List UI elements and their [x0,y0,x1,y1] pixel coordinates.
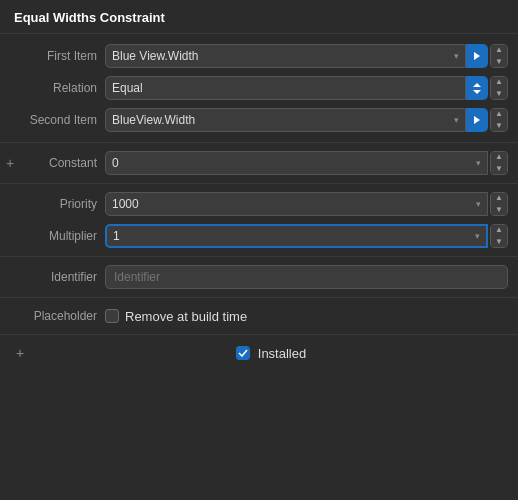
relation-select-wrapper: Equal [105,76,488,100]
installed-label: Installed [258,346,306,361]
svg-marker-1 [473,83,481,87]
arrow-right-icon-2 [473,115,481,125]
second-item-select-wrapper: BlueView.Width ▾ [105,108,488,132]
first-item-row: First Item Blue View.Width ▾ ▲ [0,40,518,72]
relation-control: Equal ▲ ▼ [105,76,508,100]
constant-stepper: ▲ ▼ [490,151,508,175]
first-item-arrow-icon: ▾ [454,51,459,61]
constant-dropdown-wrapper: 0 ▾ [105,151,488,175]
constant-dropdown-arrow-icon: ▾ [476,158,481,168]
placeholder-checkbox-label: Remove at build time [125,309,247,324]
second-item-select[interactable]: BlueView.Width ▾ [105,108,466,132]
priority-row: Priority 1000 ▾ ▲ ▼ [0,188,518,220]
top-section: First Item Blue View.Width ▾ ▲ [0,34,518,143]
constant-plus-icon: + [6,155,14,171]
installed-plus-icon: + [10,345,30,361]
multiplier-stepper: ▲ ▼ [490,224,508,248]
multiplier-control: 1 ▾ ▲ ▼ [105,224,508,248]
placeholder-control: Remove at build time [105,309,508,324]
installed-checkbox[interactable] [236,346,250,360]
second-item-stepper-up[interactable]: ▲ [491,109,507,120]
multiplier-row: Multiplier 1 ▾ ▲ ▼ [0,220,518,252]
priority-dropdown-wrapper: 1000 ▾ [105,192,488,216]
installed-content: Installed [34,346,508,361]
constant-row: + Constant 0 ▾ ▲ ▼ [0,147,518,179]
multiplier-dropdown-arrow-icon: ▾ [475,231,480,241]
first-item-label: First Item [10,49,105,63]
second-item-action-button[interactable] [466,108,488,132]
first-item-stepper-down[interactable]: ▼ [491,56,507,67]
multiplier-label: Multiplier [10,229,105,243]
second-item-label: Second Item [10,113,105,127]
priority-value: 1000 [112,197,139,211]
placeholder-row: Placeholder Remove at build time [0,302,518,330]
first-item-stepper-up[interactable]: ▲ [491,45,507,56]
priority-control: 1000 ▾ ▲ ▼ [105,192,508,216]
priority-dropdown[interactable]: 1000 ▾ [105,192,488,216]
second-item-row: Second Item BlueView.Width ▾ ▲ [0,104,518,136]
svg-marker-3 [474,116,480,124]
identifier-label: Identifier [10,270,105,284]
first-item-value: Blue View.Width [112,49,454,63]
placeholder-checkbox[interactable] [105,309,119,323]
constant-control: 0 ▾ ▲ ▼ [105,151,508,175]
multiplier-dropdown[interactable]: 1 ▾ [105,224,488,248]
first-item-action-button[interactable] [466,44,488,68]
identifier-row: Identifier [0,261,518,293]
priority-stepper-up[interactable]: ▲ [491,193,507,204]
priority-dropdown-arrow-icon: ▾ [476,199,481,209]
constant-section: + Constant 0 ▾ ▲ ▼ [0,143,518,184]
svg-marker-0 [474,52,480,60]
svg-marker-2 [473,90,481,94]
priority-stepper: ▲ ▼ [490,192,508,216]
priority-stepper-down[interactable]: ▼ [491,204,507,215]
constant-stepper-down[interactable]: ▼ [491,163,507,174]
relation-value: Equal [112,81,459,95]
placeholder-section: Placeholder Remove at build time [0,298,518,335]
second-item-stepper: ▲ ▼ [490,108,508,132]
identifier-control [105,265,508,289]
constant-label: Constant [10,156,105,170]
second-item-value: BlueView.Width [112,113,454,127]
multiplier-stepper-down[interactable]: ▼ [491,236,507,247]
relation-stepper-down[interactable]: ▼ [491,88,507,99]
relation-updown-button[interactable] [466,76,488,100]
constant-value: 0 [112,156,119,170]
first-item-control: Blue View.Width ▾ ▲ ▼ [105,44,508,68]
first-item-stepper: ▲ ▼ [490,44,508,68]
first-item-select[interactable]: Blue View.Width ▾ [105,44,466,68]
priority-label: Priority [10,197,105,211]
second-item-stepper-down[interactable]: ▼ [491,120,507,131]
multiplier-value: 1 [113,229,120,243]
checkmark-icon [238,349,248,357]
installed-section: + Installed [0,339,518,367]
chevron-down-icon [473,89,481,94]
relation-stepper: ▲ ▼ [490,76,508,100]
relation-stepper-up[interactable]: ▲ [491,77,507,88]
arrow-right-icon [473,51,481,61]
placeholder-checkbox-row: Remove at build time [105,309,247,324]
relation-select[interactable]: Equal [105,76,466,100]
chevron-up-icon [473,83,481,88]
panel: Equal Widths Constraint First Item Blue … [0,0,518,371]
second-item-control: BlueView.Width ▾ ▲ ▼ [105,108,508,132]
multiplier-dropdown-wrapper: 1 ▾ [105,224,488,248]
installed-section-wrapper: + Installed [0,335,518,371]
multiplier-stepper-up[interactable]: ▲ [491,225,507,236]
relation-label: Relation [10,81,105,95]
panel-title: Equal Widths Constraint [0,0,518,34]
identifier-section: Identifier [0,257,518,298]
priority-multiplier-section: Priority 1000 ▾ ▲ ▼ Multiplier [0,184,518,257]
identifier-input[interactable] [105,265,508,289]
constant-stepper-up[interactable]: ▲ [491,152,507,163]
constant-dropdown[interactable]: 0 ▾ [105,151,488,175]
relation-row: Relation Equal ▲ [0,72,518,104]
second-item-arrow-icon: ▾ [454,115,459,125]
placeholder-label: Placeholder [10,309,105,323]
first-item-select-wrapper: Blue View.Width ▾ [105,44,488,68]
